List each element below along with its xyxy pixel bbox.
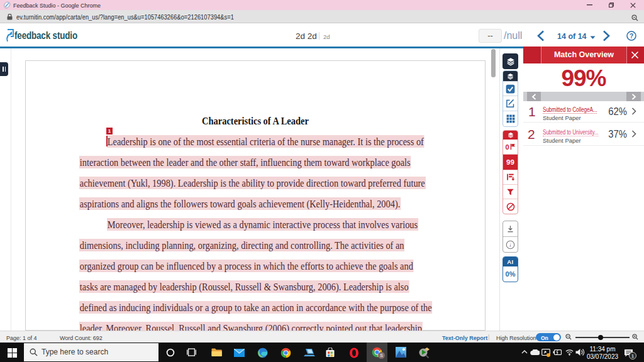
- svg-text:i: i: [509, 241, 511, 248]
- svg-text:?: ?: [630, 33, 633, 40]
